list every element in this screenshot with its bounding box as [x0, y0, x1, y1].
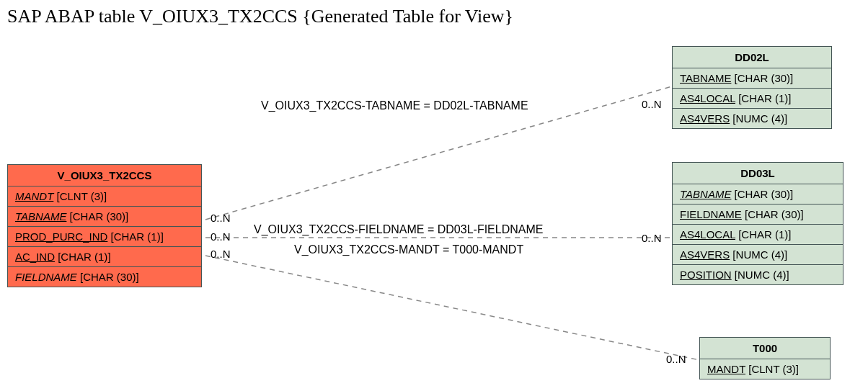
field-row: AS4VERS [NUMC (4)]	[673, 245, 843, 265]
field-row: TABNAME [CHAR (30)]	[673, 184, 843, 205]
field-row: AC_IND [CHAR (1)]	[8, 247, 201, 267]
field-row: MANDT [CLNT (3)]	[700, 359, 830, 379]
svg-line-2	[205, 256, 699, 360]
relation-label: V_OIUX3_TX2CCS-TABNAME = DD02L-TABNAME	[261, 99, 528, 112]
field-row: AS4LOCAL [CHAR (1)]	[673, 225, 843, 245]
cardinality: 0..N	[666, 353, 686, 365]
relation-label: V_OIUX3_TX2CCS-FIELDNAME = DD03L-FIELDNA…	[254, 223, 543, 236]
table-dd02l-header: DD02L	[673, 47, 831, 68]
cardinality: 0..N	[642, 232, 662, 244]
field-row: PROD_PURC_IND [CHAR (1)]	[8, 227, 201, 247]
cardinality: 0..N	[211, 212, 231, 224]
field-row: FIELDNAME [CHAR (30)]	[673, 205, 843, 225]
field-row: TABNAME [CHAR (30)]	[673, 68, 831, 89]
table-main-header: V_OIUX3_TX2CCS	[8, 165, 201, 186]
field-row: MANDT [CLNT (3)]	[8, 186, 201, 207]
cardinality: 0..N	[211, 230, 231, 243]
field-row: FIELDNAME [CHAR (30)]	[8, 267, 201, 287]
table-t000: T000 MANDT [CLNT (3)]	[699, 337, 831, 379]
field-row: AS4LOCAL [CHAR (1)]	[673, 89, 831, 109]
field-row: TABNAME [CHAR (30)]	[8, 207, 201, 227]
table-main: V_OIUX3_TX2CCS MANDT [CLNT (3)] TABNAME …	[7, 164, 202, 287]
field-row: POSITION [NUMC (4)]	[673, 265, 843, 284]
page-title: SAP ABAP table V_OIUX3_TX2CCS {Generated…	[7, 6, 513, 27]
table-dd03l: DD03L TABNAME [CHAR (30)] FIELDNAME [CHA…	[672, 162, 843, 285]
table-dd02l: DD02L TABNAME [CHAR (30)] AS4LOCAL [CHAR…	[672, 46, 832, 129]
cardinality: 0..N	[211, 248, 231, 260]
relation-label: V_OIUX3_TX2CCS-MANDT = T000-MANDT	[294, 243, 523, 256]
table-t000-header: T000	[700, 338, 830, 359]
table-dd03l-header: DD03L	[673, 163, 843, 184]
field-row: AS4VERS [NUMC (4)]	[673, 109, 831, 128]
cardinality: 0..N	[642, 98, 662, 110]
